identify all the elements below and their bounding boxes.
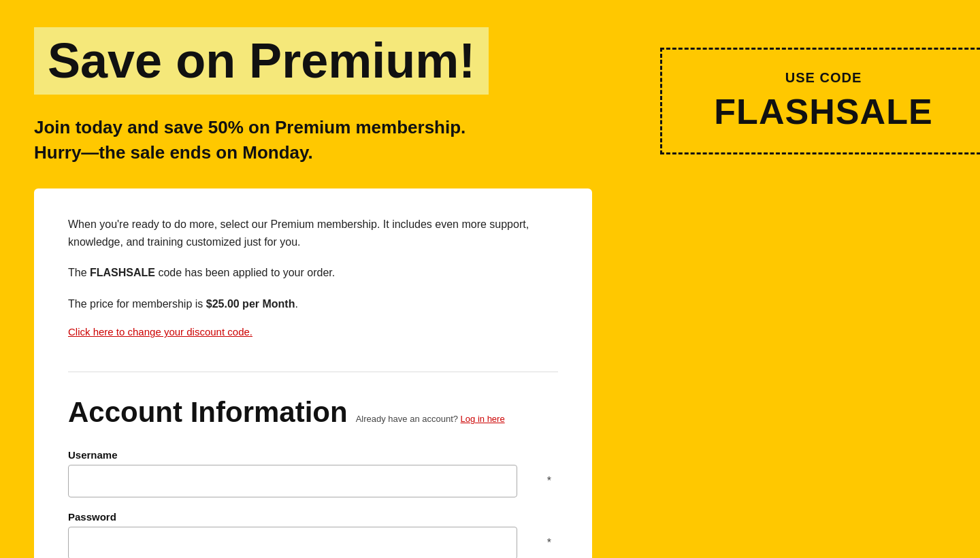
subheadline-line2: Hurry—the sale ends on Monday. — [34, 142, 313, 163]
password-input-wrapper: * — [68, 527, 558, 558]
account-section-title: Account Information — [68, 396, 348, 429]
section-divider — [68, 372, 558, 372]
password-required-star: * — [547, 537, 551, 549]
password-label: Password — [68, 511, 558, 523]
main-headline: Save on Premium! — [48, 34, 475, 88]
promo-box: USE CODE FLASHSALE — [660, 48, 980, 154]
password-input[interactable] — [68, 527, 517, 558]
subheadline: Join today and save 50% on Premium membe… — [34, 115, 592, 165]
price-value: $25.00 per Month — [206, 298, 295, 310]
discount-code-inline: FLASHSALE — [90, 267, 155, 278]
username-label: Username — [68, 449, 558, 461]
discount-applied-text: The FLASHSALE code has been applied to y… — [68, 264, 558, 282]
already-account-text: Already have an account? Log in here — [356, 414, 505, 424]
description-text: When you're ready to do more, select our… — [68, 216, 558, 250]
price-text: The price for membership is $25.00 per M… — [68, 295, 558, 313]
password-field-group: Password * — [68, 511, 558, 558]
login-link[interactable]: Log in here — [461, 414, 505, 424]
promo-code-value: FLASHSALE — [696, 91, 951, 132]
subheadline-line1: Join today and save 50% on Premium membe… — [34, 117, 466, 137]
left-section: Save on Premium! Join today and save 50%… — [0, 0, 626, 558]
change-discount-link[interactable]: Click here to change your discount code. — [68, 326, 252, 338]
username-required-star: * — [547, 475, 551, 487]
account-section-header: Account Information Already have an acco… — [68, 396, 558, 429]
right-section: USE CODE FLASHSALE — [626, 0, 980, 558]
username-input[interactable] — [68, 465, 517, 497]
page-layout: Save on Premium! Join today and save 50%… — [0, 0, 980, 558]
headline-box: Save on Premium! — [34, 27, 489, 95]
username-input-wrapper: * — [68, 465, 558, 497]
username-field-group: Username * — [68, 449, 558, 497]
form-card: When you're ready to do more, select our… — [34, 188, 592, 558]
use-code-label: USE CODE — [696, 70, 951, 86]
